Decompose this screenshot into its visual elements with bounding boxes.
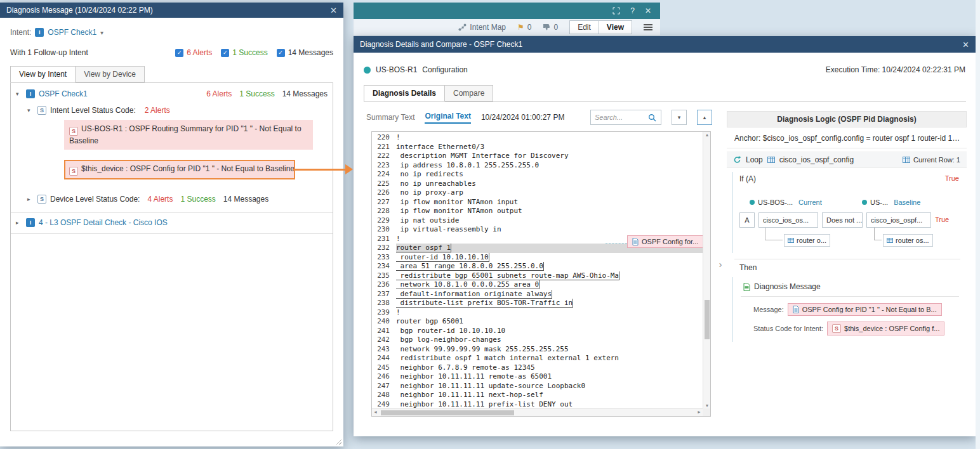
tabs-divider xyxy=(364,101,966,102)
chevron-down-icon[interactable]: ▾ xyxy=(27,107,34,114)
divider xyxy=(727,148,967,148)
stat-messages: 14 Messages xyxy=(282,89,328,98)
condition-left-operand[interactable]: cisco_ios_os... xyxy=(758,212,818,228)
line-number: 246 xyxy=(372,372,396,382)
close-icon[interactable]: ✕ xyxy=(962,40,969,49)
find-next-button[interactable]: ▾ xyxy=(672,110,687,125)
code-line: 249 neighbor 10.11.11.11 prefix-list DEN… xyxy=(372,400,703,409)
alert-message-1[interactable]: SUS-BOS-R1 : OSPF Routing Summary for PI… xyxy=(64,120,313,150)
chevron-right-icon[interactable]: ▸ xyxy=(27,196,34,202)
help-icon[interactable]: ? xyxy=(630,7,635,15)
view-tabs: View by Intent View by Device xyxy=(10,66,145,82)
status-code-icon: S xyxy=(37,106,46,115)
resize-handle[interactable] xyxy=(334,438,341,445)
tree-intent-name[interactable]: OSPF Check1 xyxy=(39,89,88,98)
filter-success[interactable]: ✓ 1 Success xyxy=(221,48,267,57)
tree-node-device-level[interactable]: ▸ S Device Level Status Code: 4 Alerts 1… xyxy=(11,179,333,204)
line-text: ip address 10.8.0.1 255.255.255.0 xyxy=(396,161,703,171)
line-number: 224 xyxy=(372,170,396,179)
tree-node-followup-intent[interactable]: ▸ I 4 - L3 OSPF Detail Check - Cisco IOS xyxy=(11,213,333,232)
scroll-left-icon[interactable]: ◄ xyxy=(373,410,378,414)
tab-view-by-device[interactable]: View by Device xyxy=(76,66,145,82)
alert-message-1-text: US-BOS-R1 : OSPF Routing Summary for PID… xyxy=(69,124,301,145)
tab-compare[interactable]: Compare xyxy=(445,85,493,101)
filter-messages[interactable]: ✓ 14 Messages xyxy=(277,48,333,57)
filter-alerts-label: 6 Alerts xyxy=(187,48,212,57)
alert-message-2-highlighted[interactable]: S$this_device : OSPF Config for PID "1 "… xyxy=(64,160,295,179)
divider xyxy=(11,233,333,234)
close-icon[interactable]: ✕ xyxy=(330,6,337,15)
tree-node-intent[interactable]: ▾ I OSPF Check1 6 Alerts 1 Success 14 Me… xyxy=(11,87,333,101)
ospf-config-tag[interactable]: OSPF Config for... xyxy=(627,235,703,248)
condition-operator[interactable]: Does not ... xyxy=(822,212,863,228)
line-number: 242 xyxy=(372,335,396,345)
intent-badge-icon: I xyxy=(35,28,44,37)
checkbox-checked-icon[interactable]: ✓ xyxy=(175,49,183,57)
line-number: 230 xyxy=(372,225,396,235)
checkbox-checked-icon[interactable]: ✓ xyxy=(221,49,229,57)
filter-alerts[interactable]: ✓ 6 Alerts xyxy=(175,48,212,57)
left-operand-field[interactable]: router o... xyxy=(784,234,830,247)
code-line: 236 network 10.8.1.0 0.0.0.255 area 0 xyxy=(372,280,703,290)
original-text-link[interactable]: Original Text xyxy=(425,112,470,124)
search-icon[interactable] xyxy=(648,114,656,122)
horizontal-scroll-thumb[interactable] xyxy=(381,410,514,415)
horizontal-scrollbar[interactable]: ◄ ► xyxy=(372,408,703,416)
filter-group: ✓ 6 Alerts ✓ 1 Success ✓ 14 Messages xyxy=(175,48,333,57)
close-icon[interactable]: ✕ xyxy=(645,7,651,15)
flag-counter[interactable]: ⚑ 0 xyxy=(517,23,531,32)
code-line: 222 description MGMT Interface for Disco… xyxy=(372,152,703,161)
highlight-arrow-head xyxy=(345,164,353,174)
green-document-icon xyxy=(743,283,750,291)
tree-node-intent-level[interactable]: ▾ S Intent Level Status Code: 2 Alerts xyxy=(11,101,333,115)
condition-right-label: cisco_ios_ospf... xyxy=(871,216,922,224)
background-titlebar: ? ✕ xyxy=(354,3,660,19)
scroll-up-icon[interactable]: ▲ xyxy=(703,133,711,137)
chevron-down-icon: ▾ xyxy=(678,114,681,120)
vertical-scroll-thumb[interactable] xyxy=(705,300,710,339)
search-input[interactable] xyxy=(595,114,648,121)
line-number: 237 xyxy=(372,290,396,299)
line-number: 247 xyxy=(372,382,396,391)
line-number: 243 xyxy=(372,345,396,355)
intent-map-button[interactable]: Intent Map xyxy=(458,23,506,32)
line-number: 239 xyxy=(372,308,396,318)
line-text: router-id 10.10.10.10 xyxy=(396,253,703,263)
highlight-arrow xyxy=(293,169,347,171)
status-code-icon: S xyxy=(832,324,841,333)
followup-intent-name[interactable]: 4 - L3 OSPF Detail Check - Cisco IOS xyxy=(39,218,168,227)
stat-messages: 14 Messages xyxy=(223,195,268,204)
chevron-down-icon[interactable]: ▾ xyxy=(100,29,103,36)
checkbox-checked-icon[interactable]: ✓ xyxy=(277,49,285,57)
chevron-down-icon[interactable]: ▾ xyxy=(16,91,22,97)
menu-icon[interactable] xyxy=(644,24,652,30)
view-button[interactable]: View xyxy=(599,20,632,34)
vertical-scrollbar[interactable]: ▲ ▼ xyxy=(703,132,710,408)
scroll-right-icon[interactable]: ► xyxy=(697,410,701,414)
if-result: True xyxy=(945,174,959,183)
summary-text-link[interactable]: Summary Text xyxy=(366,113,414,122)
tab-diagnosis-details[interactable]: Diagnosis Details xyxy=(364,85,445,101)
intent-dropdown-value[interactable]: OSPF Check1 xyxy=(48,28,96,37)
right-operand-field[interactable]: router os... xyxy=(883,234,933,247)
collapse-panel-handle[interactable]: › xyxy=(716,252,725,277)
status-code-tag[interactable]: S $this_device : OSPF Config f... xyxy=(827,322,944,335)
line-text: bgp router-id 10.10.10.10 xyxy=(396,327,703,336)
message-tag[interactable]: OSPF Config for PID "1 " - Not Equal to … xyxy=(788,303,942,316)
chevron-right-icon[interactable]: ▸ xyxy=(16,219,22,226)
loop-table-name[interactable]: cisco_ios_ospf_config xyxy=(779,155,854,164)
left-operand-field-label: router o... xyxy=(797,237,826,244)
intent-level-alerts: 2 Alerts xyxy=(145,106,170,115)
intent-map-icon xyxy=(458,23,467,31)
edit-button[interactable]: Edit xyxy=(569,20,599,34)
current-device-name: US-BOS-... xyxy=(758,198,793,206)
anchor-label: Anchor: xyxy=(734,134,760,143)
find-prev-button[interactable]: ▴ xyxy=(697,110,712,125)
details-dialog-titlebar[interactable]: Diagnosis Details and Compare - OSPF Che… xyxy=(354,36,976,53)
tab-view-by-intent[interactable]: View by Intent xyxy=(10,66,76,82)
fullscreen-icon[interactable] xyxy=(612,7,620,15)
scroll-down-icon[interactable]: ▼ xyxy=(703,403,711,408)
thumbs-counter[interactable]: 0 xyxy=(543,23,558,32)
message-dialog-titlebar[interactable]: Diagnosis Message (10/24/2024 02:22 PM) … xyxy=(0,3,343,18)
condition-right-operand[interactable]: cisco_ios_ospf... xyxy=(866,212,931,228)
